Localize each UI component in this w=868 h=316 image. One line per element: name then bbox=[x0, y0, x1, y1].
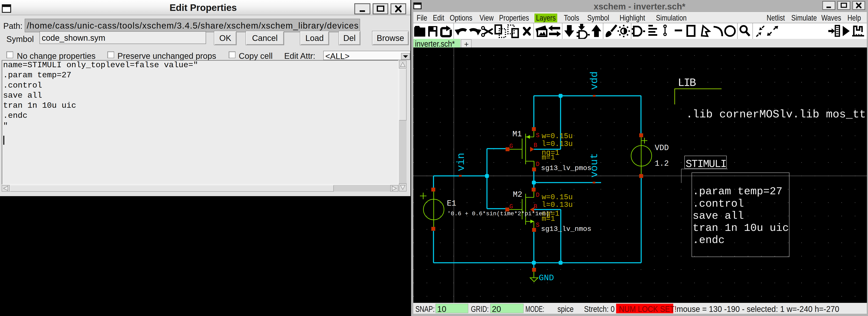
svg-text:S: S bbox=[536, 132, 539, 139]
svg-text:G: G bbox=[509, 143, 513, 150]
svg-text:m=1: m=1 bbox=[541, 153, 555, 162]
svg-text:D: D bbox=[536, 192, 539, 199]
svg-text:M2: M2 bbox=[513, 190, 522, 199]
svg-text:.control: .control bbox=[692, 198, 744, 210]
svg-text:w=0.15u: w=0.15u bbox=[541, 132, 573, 140]
svg-text:GND: GND bbox=[539, 273, 554, 283]
svg-text:w=0.15u: w=0.15u bbox=[541, 193, 573, 201]
svg-text:.param temp=27: .param temp=27 bbox=[692, 185, 782, 197]
svg-text:vdd: vdd bbox=[589, 71, 600, 90]
svg-text:.lib cornerMOSlv.lib mos_tt: .lib cornerMOSlv.lib mos_tt bbox=[686, 108, 866, 121]
svg-text:VDD: VDD bbox=[655, 144, 669, 152]
svg-text:vin: vin bbox=[455, 153, 467, 171]
svg-text:E1: E1 bbox=[447, 199, 456, 208]
svg-text:LIB: LIB bbox=[678, 77, 696, 89]
svg-text:B: B bbox=[534, 142, 537, 149]
svg-text:sg13_lv_nmos: sg13_lv_nmos bbox=[541, 225, 591, 233]
svg-text:'0.6 + 0.6*sin(time*2*pi*1e6)': '0.6 + 0.6*sin(time*2*pi*1e6)' bbox=[447, 210, 553, 217]
svg-text:sg13_lv_pmos: sg13_lv_pmos bbox=[541, 164, 591, 172]
svg-text:save all: save all bbox=[692, 210, 744, 222]
svg-text:B: B bbox=[534, 203, 537, 210]
svg-text:S: S bbox=[536, 222, 539, 229]
svg-text:.endc: .endc bbox=[692, 234, 725, 246]
svg-text:l=0.13u: l=0.13u bbox=[541, 201, 573, 209]
svg-text:tran 1n 10u uic: tran 1n 10u uic bbox=[692, 222, 789, 234]
svg-text:M1: M1 bbox=[513, 130, 522, 138]
svg-text:l=0.13u: l=0.13u bbox=[541, 140, 573, 148]
svg-text:D: D bbox=[536, 161, 539, 168]
svg-text:vout: vout bbox=[589, 153, 600, 178]
svg-text:G: G bbox=[509, 203, 513, 210]
svg-text:1.2: 1.2 bbox=[655, 159, 669, 168]
